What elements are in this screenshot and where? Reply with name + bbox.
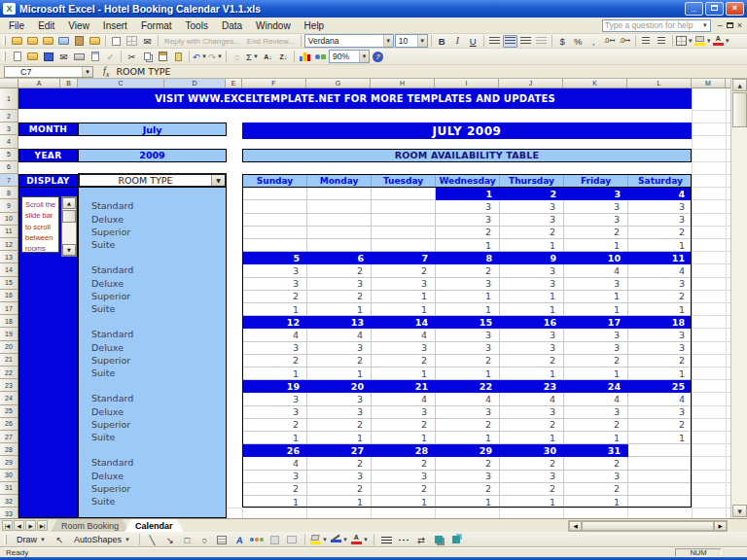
decrease-decimal-button[interactable]: .0↦ — [618, 35, 632, 48]
availability-cell[interactable]: 3 — [628, 329, 692, 341]
print-icon[interactable] — [72, 51, 87, 63]
fill-color-icon[interactable]: ▼ — [310, 534, 328, 546]
date-cell[interactable]: 3 — [564, 188, 628, 200]
date-cell[interactable]: 29 — [436, 444, 500, 457]
scroll-thumb[interactable] — [62, 210, 76, 223]
row-header-4[interactable]: 4 — [0, 135, 18, 148]
availability-cell[interactable]: 3 — [500, 342, 564, 355]
room-type-cell[interactable]: Deluxe — [91, 213, 198, 226]
autoshapes-menu-button[interactable]: AutoShapes▼ — [70, 534, 134, 545]
drawing-icon[interactable] — [313, 51, 328, 63]
align-center-button[interactable] — [503, 35, 517, 48]
availability-cell[interactable]: 3 — [500, 278, 564, 291]
arrow-style-icon[interactable]: ⇄ — [414, 534, 429, 546]
row-header-24[interactable]: 24 — [0, 392, 18, 404]
availability-cell[interactable]: 2 — [372, 355, 436, 368]
availability-cell[interactable]: 2 — [500, 227, 564, 239]
availability-cell[interactable]: 1 — [628, 368, 692, 380]
room-type-cell[interactable]: Standard — [91, 456, 198, 469]
chevron-down-icon[interactable]: ▼ — [82, 67, 92, 77]
room-type-cell[interactable]: Deluxe — [91, 277, 198, 290]
availability-cell[interactable]: 1 — [372, 303, 436, 316]
column-header-i[interactable]: I — [435, 79, 499, 88]
date-cell[interactable]: 26 — [243, 444, 307, 457]
row-header-31[interactable]: 31 — [0, 482, 18, 495]
menu-tools[interactable]: Tools — [179, 18, 215, 33]
column-header-d[interactable]: D — [164, 79, 226, 88]
close-button[interactable]: × — [726, 2, 744, 16]
room-type-cell[interactable]: Standard — [91, 392, 198, 404]
availability-cell[interactable]: 2 — [436, 264, 500, 277]
help-icon[interactable]: ? — [371, 51, 385, 63]
workbook-restore-button[interactable] — [727, 22, 733, 28]
room-type-cell[interactable]: Suite — [91, 431, 198, 443]
availability-cell[interactable]: 1 — [500, 291, 564, 303]
date-cell[interactable]: 11 — [628, 252, 692, 264]
date-cell[interactable]: 13 — [307, 316, 372, 329]
availability-cell[interactable] — [243, 227, 307, 239]
row-header-1[interactable]: 1 — [0, 88, 18, 110]
row-header-27[interactable]: 27 — [0, 431, 18, 443]
room-type-cell[interactable]: Superior — [91, 482, 198, 495]
availability-cell[interactable]: 4 — [436, 393, 500, 405]
availability-cell[interactable]: 2 — [243, 419, 307, 432]
availability-cell[interactable]: 3 — [436, 278, 500, 291]
availability-cell[interactable]: 2 — [628, 227, 692, 239]
date-cell[interactable]: 22 — [436, 380, 500, 393]
vertical-scroll-thumb[interactable] — [732, 92, 747, 127]
row-header-20[interactable]: 20 — [0, 341, 18, 354]
availability-cell[interactable]: 3 — [628, 406, 692, 419]
last-sheet-button[interactable]: ▶| — [37, 520, 48, 531]
select-all-button[interactable] — [0, 79, 18, 88]
date-cell[interactable]: 27 — [307, 444, 372, 457]
column-header-g[interactable]: G — [306, 79, 371, 88]
row-header-8[interactable]: 8 — [0, 187, 18, 199]
availability-cell[interactable] — [628, 457, 692, 470]
italic-button[interactable]: I — [450, 35, 465, 48]
scroll-down-button[interactable]: ▼ — [62, 244, 76, 256]
date-cell[interactable]: 18 — [628, 316, 692, 329]
availability-cell[interactable]: 3 — [436, 214, 500, 227]
availability-cell[interactable]: 1 — [500, 496, 564, 508]
date-cell[interactable]: 30 — [500, 444, 564, 457]
month-label-cell[interactable]: MONTH — [18, 122, 78, 136]
row-header-30[interactable]: 30 — [0, 470, 18, 482]
menu-edit[interactable]: Edit — [31, 18, 61, 33]
row-header-17[interactable]: 17 — [0, 302, 18, 315]
date-cell[interactable]: 7 — [372, 252, 436, 264]
insert-function-icon[interactable]: fx — [103, 65, 109, 79]
folder-icon[interactable] — [41, 35, 55, 48]
availability-cell[interactable]: 4 — [372, 393, 436, 405]
availability-cell[interactable]: 2 — [564, 483, 628, 496]
availability-cell[interactable]: 1 — [243, 432, 307, 444]
format-painter-icon[interactable] — [171, 51, 186, 63]
3d-icon[interactable] — [449, 534, 464, 546]
row-header-28[interactable]: 28 — [0, 443, 18, 456]
availability-cell[interactable]: 2 — [436, 483, 500, 496]
availability-cell[interactable]: 4 — [243, 457, 307, 470]
availability-cell[interactable]: 3 — [500, 264, 564, 277]
year-value-cell[interactable]: 2009 — [78, 149, 227, 162]
mail-icon[interactable]: ✉ — [140, 35, 155, 48]
folder-icon[interactable] — [88, 35, 102, 48]
scroll-up-button[interactable]: ▲ — [732, 79, 747, 91]
align-left-button[interactable] — [487, 35, 502, 48]
availability-cell[interactable]: 2 — [564, 419, 628, 432]
save-icon[interactable] — [41, 51, 55, 63]
menu-data[interactable]: Data — [215, 18, 249, 33]
availability-cell[interactable]: 2 — [307, 483, 372, 496]
bold-button[interactable]: B — [435, 35, 449, 48]
availability-cell[interactable]: 3 — [564, 471, 628, 483]
availability-cell[interactable]: 3 — [436, 471, 500, 483]
availability-cell[interactable]: 2 — [307, 419, 372, 432]
availability-cell[interactable]: 3 — [628, 342, 692, 355]
availability-cell[interactable]: 1 — [628, 303, 692, 316]
availability-cell[interactable]: 4 — [628, 264, 692, 277]
room-type-cell[interactable]: Deluxe — [91, 405, 198, 418]
date-cell[interactable]: 23 — [500, 380, 564, 393]
availability-cell[interactable]: 1 — [500, 239, 564, 252]
underline-button[interactable]: U — [466, 35, 480, 48]
availability-cell[interactable]: 2 — [307, 457, 372, 470]
row-header-14[interactable]: 14 — [0, 263, 18, 276]
menu-insert[interactable]: Insert — [96, 18, 134, 33]
